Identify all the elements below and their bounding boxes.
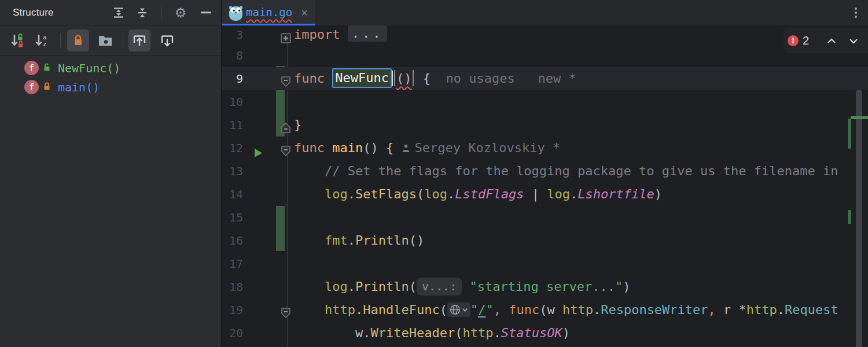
line-number: 16	[222, 229, 243, 252]
code-author-inlay[interactable]: Sergey Kozlovskiy *	[401, 141, 560, 155]
kebab-menu-icon[interactable]	[852, 6, 860, 19]
code-token: "	[486, 302, 493, 317]
code-token: r *	[723, 302, 746, 317]
function-icon: f	[24, 80, 39, 94]
ide-window: Structure ⚙	[0, 0, 868, 347]
error-stripe-change-mark[interactable]	[848, 210, 851, 224]
code-token: WriteHeader	[371, 326, 455, 340]
code-line-20[interactable]: 20w.WriteHeader(http.StatusOK)	[222, 322, 868, 345]
code-token: func	[294, 71, 332, 86]
autoscroll-from-source-icon[interactable]	[156, 29, 178, 51]
code-token: .	[348, 187, 355, 201]
code-line-13[interactable]: 13// Set the flags for the logging packa…	[222, 160, 868, 183]
structure-toolbar: a z	[0, 25, 221, 56]
code-line-8[interactable]: 8	[222, 44, 868, 67]
code-token: (	[440, 302, 447, 317]
code-token: () {	[363, 141, 401, 155]
sort-alphabetically-icon[interactable]: a z	[31, 29, 53, 51]
tab-title: main.go	[246, 0, 292, 24]
code-token: func	[294, 141, 332, 155]
editor-tab-bar: main.go ×	[222, 0, 868, 25]
code-token: .	[355, 302, 363, 317]
folded-region-badge[interactable]: ...	[348, 25, 388, 42]
code-line-19[interactable]: 19http.HandleFunc("/", func(w http.Respo…	[222, 298, 868, 322]
code-token: main	[332, 141, 363, 155]
structure-item-label: main()	[58, 80, 100, 94]
public-open-lock-icon	[42, 61, 52, 75]
function-icon: f	[24, 61, 39, 75]
code-token: HandleFunc	[363, 302, 439, 317]
url-globe-inlay-icon[interactable]	[447, 302, 470, 317]
structure-item-main[interactable]: fmain()	[0, 77, 221, 97]
vertical-scrollbar[interactable]	[856, 90, 862, 347]
code-token: .	[348, 279, 355, 294]
line-number: 10	[222, 90, 243, 113]
code-line-9[interactable]: 9func NewFunc() { no usages new *	[222, 67, 868, 90]
code-token: (	[417, 187, 424, 201]
code-token: log	[547, 187, 570, 201]
hide-minus-icon[interactable]	[199, 6, 213, 19]
code-token: Println	[355, 279, 409, 294]
line-number: 17	[222, 252, 243, 275]
code-line-3[interactable]: 3import ...	[222, 25, 868, 46]
code-token: .	[593, 302, 601, 317]
code-token: }	[294, 117, 301, 132]
code-line-15[interactable]: 15	[222, 206, 868, 229]
code-token: http	[462, 326, 493, 340]
settings-gear-icon[interactable]: ⚙	[174, 6, 187, 19]
structure-item-newfunc[interactable]: fNewFunc()	[0, 58, 221, 77]
code-token: http	[562, 302, 593, 317]
code-line-18[interactable]: 18log.Println(v...: "starting server..."…	[222, 275, 868, 298]
code-token: (	[455, 326, 462, 340]
prev-problem-chevron-up-icon[interactable]	[825, 35, 838, 47]
code-token: /	[478, 302, 486, 317]
sort-by-visibility-icon[interactable]	[6, 29, 28, 51]
code-token: .	[493, 326, 501, 340]
code-token: // Set the flags for the logging package…	[325, 164, 838, 178]
code-token: log	[325, 279, 348, 294]
show-fields-folder-icon[interactable]	[94, 29, 116, 51]
private-lock-icon	[42, 80, 52, 94]
collapse-all-icon[interactable]	[135, 6, 149, 19]
code-token: )	[623, 279, 630, 294]
code-token: Println	[355, 233, 409, 248]
tab-close-icon[interactable]: ×	[301, 0, 308, 25]
code-token: Request	[785, 302, 838, 317]
tab-main-go[interactable]: main.go ×	[222, 0, 315, 25]
code-line-12[interactable]: 12func main() { Sergey Kozlovskiy *	[222, 136, 868, 160]
code-line-10[interactable]: 10	[222, 90, 868, 113]
code-editor[interactable]: 3import ...89func NewFunc() { no usages …	[222, 25, 868, 347]
scrollbar-change-dash	[851, 116, 868, 119]
error-squiggle-text: ()	[396, 71, 412, 86]
line-number: 9	[222, 67, 243, 90]
error-circle-icon: !	[788, 35, 799, 46]
code-token: .	[348, 233, 355, 248]
autoscroll-to-source-icon[interactable]	[128, 29, 150, 51]
code-token: (	[409, 279, 417, 294]
code-token: Lshortfile	[578, 187, 654, 201]
code-line-16[interactable]: 16fmt.Println()	[222, 229, 868, 252]
rename-template-field[interactable]: NewFunc	[332, 68, 392, 88]
line-number: 12	[222, 136, 243, 160]
code-token: new *	[515, 71, 576, 86]
line-number: 19	[222, 298, 243, 322]
line-number: 8	[222, 44, 243, 67]
code-token: .	[570, 187, 578, 201]
code-token: )	[654, 187, 662, 201]
code-line-17[interactable]: 17	[222, 252, 868, 275]
error-count: 2	[803, 28, 809, 53]
code-token: .	[363, 326, 370, 340]
code-token: ()	[409, 233, 425, 248]
code-line-11[interactable]: 11}	[222, 113, 868, 136]
code-line-14[interactable]: 14log.SetFlags(log.LstdFlags | log.Lshor…	[222, 183, 868, 206]
line-number: 18	[222, 275, 243, 298]
code-token: StatusOK	[501, 326, 562, 340]
error-stripe-change-mark[interactable]	[848, 119, 851, 149]
code-token: fmt	[325, 233, 348, 248]
structure-panel-header: Structure ⚙	[0, 0, 221, 25]
lock-icon[interactable]	[67, 29, 89, 51]
next-problem-chevron-down-icon[interactable]	[847, 35, 860, 47]
line-number: 15	[222, 206, 243, 229]
template-segment-bar	[413, 70, 414, 86]
expand-all-icon[interactable]	[112, 6, 126, 19]
